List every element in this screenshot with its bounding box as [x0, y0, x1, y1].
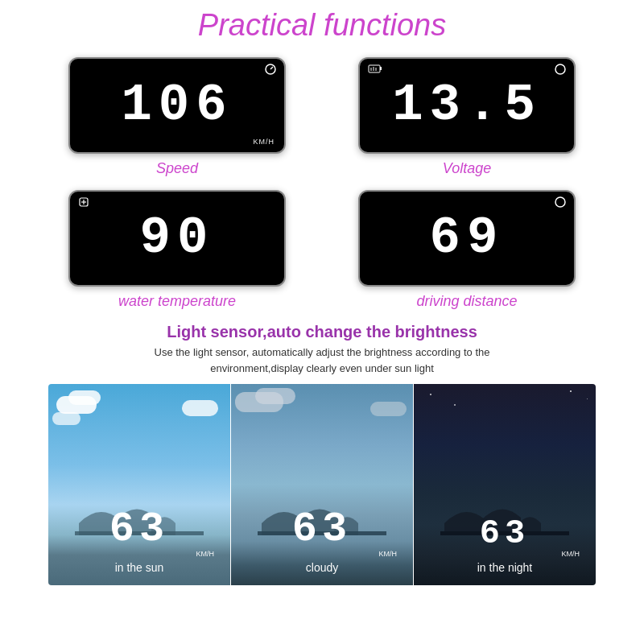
driving-distance-label: driving distance — [416, 293, 517, 310]
speed-display-item: 106 KM/H Speed — [48, 57, 306, 177]
star-4 — [587, 398, 588, 399]
sun-label: in the sun — [115, 561, 164, 574]
night-value: 63 — [480, 514, 530, 553]
speed-screen: 106 KM/H — [68, 57, 286, 154]
cloud-2 — [68, 390, 101, 405]
star-1 — [430, 394, 431, 395]
voltage-screen: 13.5 — [358, 57, 576, 154]
cloud-cloudy-3 — [370, 402, 407, 416]
voltage-icon-right — [555, 64, 566, 75]
speed-value: 106 — [121, 76, 233, 134]
page: Practical functions 106 KM/H Speed — [0, 0, 644, 644]
cloudy-display: 63 KM/H cloudy — [231, 506, 413, 574]
svg-rect-2 — [369, 65, 380, 72]
cloudy-label: cloudy — [306, 561, 338, 574]
svg-rect-3 — [380, 67, 382, 70]
night-label: in the night — [477, 561, 533, 574]
voltage-display-item: 13.5 Voltage — [338, 57, 596, 177]
cloudy-value: 63 — [292, 506, 352, 553]
water-temp-value: 90 — [140, 209, 215, 267]
voltage-value: 13.5 — [392, 76, 542, 134]
sun-display: 63 KM/H in the sun — [48, 506, 230, 574]
cloud-4 — [52, 412, 80, 425]
voltage-label: Voltage — [443, 160, 491, 177]
svg-point-11 — [555, 197, 565, 207]
speed-unit: KM/H — [254, 138, 275, 146]
night-unit: KM/H — [562, 550, 580, 558]
star-2 — [454, 404, 456, 406]
speed-icon — [265, 64, 276, 75]
driving-distance-display-item: 69 driving distance — [338, 190, 596, 310]
svg-line-1 — [270, 67, 273, 69]
displays-grid: 106 KM/H Speed 13.5 — [48, 57, 596, 310]
night-display: 63 KM/H in the night — [414, 514, 596, 574]
cloud-cloudy-2 — [255, 388, 295, 404]
speed-label: Speed — [156, 160, 198, 177]
sun-unit: KM/H — [196, 550, 215, 558]
cloud-3 — [182, 400, 218, 416]
brightness-demo: 63 KM/H in the sun 63 KM/H cloudy — [48, 384, 596, 585]
water-temp-label: water temperature — [118, 293, 236, 310]
driving-distance-value: 69 — [430, 209, 505, 267]
water-temp-icon — [78, 196, 89, 208]
driving-distance-icon — [555, 196, 566, 208]
water-temp-display-item: 90 water temperature — [48, 190, 306, 310]
voltage-top-icon — [368, 64, 382, 73]
svg-point-7 — [555, 64, 565, 74]
cloudy-unit: KM/H — [379, 550, 398, 558]
driving-distance-screen: 69 — [358, 190, 576, 287]
sun-value: 63 — [109, 506, 169, 553]
page-title: Practical functions — [198, 8, 446, 43]
star-3 — [570, 390, 572, 392]
light-sensor-desc: Use the light sensor, automatically adju… — [155, 345, 490, 376]
light-sensor-title: Light sensor,auto change the brightness — [167, 323, 477, 341]
water-temp-screen: 90 — [68, 190, 286, 287]
cloudy-panel: 63 KM/H cloudy — [231, 384, 413, 585]
sun-panel: 63 KM/H in the sun — [48, 384, 230, 585]
night-panel: 63 KM/H in the night — [414, 384, 596, 585]
